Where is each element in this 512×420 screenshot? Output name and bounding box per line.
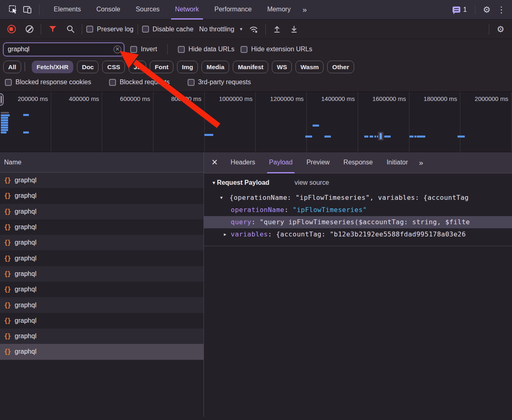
record-network-log-icon[interactable]	[4, 22, 19, 37]
timeline-activity-bar	[370, 136, 373, 138]
divider	[138, 24, 138, 35]
section-collapse-icon[interactable]: ▼	[212, 180, 216, 185]
panel-tab[interactable]: Elements	[46, 0, 89, 20]
name-column-header[interactable]: Name	[0, 152, 203, 173]
type-filter-chip[interactable]: JS	[129, 61, 146, 73]
type-filter-chip[interactable]: Doc	[77, 61, 98, 73]
invert-checkbox[interactable]	[130, 46, 137, 53]
request-name: graphql	[15, 286, 36, 293]
type-filter-chip[interactable]: CSS	[102, 61, 125, 73]
hide-extension-urls-checkbox[interactable]	[241, 46, 247, 53]
payload-panel: ▼ Request Payload view source ▼ {operati…	[204, 173, 512, 417]
type-filter-chip[interactable]: All	[3, 61, 21, 73]
hide-extension-urls-control: Hide extension URLs	[241, 46, 312, 53]
request-row[interactable]: {} graphql	[0, 235, 203, 250]
hide-data-urls-control: Hide data URLs	[178, 46, 234, 53]
search-icon[interactable]	[63, 22, 78, 37]
clear-filter-icon[interactable]: ✕	[114, 46, 121, 53]
request-row[interactable]: {} graphql	[0, 250, 203, 266]
details-tab[interactable]: Payload	[262, 152, 300, 173]
request-row[interactable]: {} graphql	[0, 282, 203, 297]
preserve-log-checkbox[interactable]	[86, 26, 93, 33]
details-tab[interactable]: Response	[337, 152, 380, 173]
timeline-activity-bar	[364, 136, 368, 138]
request-row[interactable]: {} graphql	[0, 173, 203, 188]
timeline-activity-bar	[1, 119, 8, 121]
timeline-drag-handle[interactable]	[0, 93, 4, 106]
panel-tab[interactable]: Performance	[207, 0, 260, 20]
blocked-requests-checkbox[interactable]	[109, 79, 116, 86]
request-row[interactable]: {} graphql	[0, 204, 203, 219]
type-filter-chip[interactable]: Other	[327, 61, 354, 73]
requests-list: {} graphql {} graphql {} graphql {} grap…	[0, 173, 203, 417]
hide-data-urls-checkbox[interactable]	[178, 46, 185, 53]
expand-triangle-icon[interactable]: ▶	[224, 228, 227, 241]
details-tab[interactable]: Preview	[300, 152, 337, 173]
type-filter-chip[interactable]: Img	[177, 61, 198, 73]
hide-data-urls-label: Hide data URLs	[188, 46, 234, 53]
more-details-tabs-icon[interactable]: »	[415, 158, 427, 167]
fetch-xhr-icon: {}	[4, 239, 11, 246]
fetch-xhr-icon: {}	[4, 317, 11, 324]
export-har-icon[interactable]	[287, 22, 302, 37]
fetch-xhr-icon: {}	[4, 192, 11, 199]
device-toolbar-icon[interactable]	[20, 2, 35, 17]
details-tab[interactable]: Initiator	[380, 152, 415, 173]
issues-button[interactable]: 1	[449, 6, 471, 13]
request-type-chips: AllFetch/XHRDocCSSJSFontImgMediaManifest…	[0, 59, 512, 78]
filter-funnel-icon[interactable]	[45, 22, 60, 37]
property-key: variables	[231, 230, 268, 238]
request-row[interactable]: {} graphql	[0, 328, 203, 344]
timeline-activity-bar	[1, 127, 8, 129]
blocked-cookies-control: Blocked response cookies	[5, 79, 91, 86]
panel-tab[interactable]: Sources	[128, 0, 167, 20]
request-row[interactable]: {} graphql	[0, 266, 203, 282]
payload-property-row[interactable]: ▶variables: {accountTag: "b12e3b2192ee55…	[204, 228, 512, 241]
type-filter-chip[interactable]: Media	[201, 61, 229, 73]
clear-network-log-icon[interactable]	[22, 22, 37, 37]
filter-input-wrap: ✕	[3, 43, 124, 56]
divider	[167, 44, 168, 55]
request-name: graphql	[15, 239, 36, 246]
settings-gear-icon[interactable]: ⚙	[479, 2, 494, 17]
inspect-element-icon[interactable]	[6, 2, 20, 17]
details-tab[interactable]: Headers	[224, 152, 262, 173]
panel-tab[interactable]: Console	[89, 0, 128, 20]
payload-property-row[interactable]: query: "query ipFlowTimeseries($accountT…	[204, 216, 512, 228]
fetch-xhr-icon: {}	[4, 270, 11, 278]
type-filter-chip[interactable]: Font	[150, 61, 173, 73]
request-row[interactable]: {} graphql	[0, 313, 203, 328]
close-details-icon[interactable]: ×	[206, 156, 224, 169]
view-source-link[interactable]: view source	[295, 179, 329, 186]
import-har-icon[interactable]	[270, 22, 284, 37]
expand-triangle-icon[interactable]: ▼	[220, 192, 223, 204]
timeline-activity-bar	[414, 136, 416, 138]
type-filter-chip[interactable]: Wasm	[295, 61, 324, 73]
payload-root-row[interactable]: ▼ {operationName: "ipFlowTimeseries", va…	[204, 192, 512, 204]
network-conditions-icon[interactable]	[247, 22, 261, 37]
request-name: graphql	[15, 223, 36, 231]
request-row[interactable]: {} graphql	[0, 188, 203, 203]
type-filter-chip[interactable]: Fetch/XHR	[32, 61, 73, 73]
network-settings-gear-icon[interactable]: ⚙	[493, 22, 508, 37]
type-filter-chip[interactable]: WS	[272, 61, 292, 73]
disable-cache-checkbox[interactable]	[142, 26, 149, 33]
panel-tab[interactable]: Network	[167, 0, 207, 20]
throttling-select[interactable]: No throttling ▼	[199, 26, 243, 33]
timeline-tick-label: 1000000 ms	[205, 92, 256, 152]
third-party-checkbox[interactable]	[188, 79, 195, 86]
filter-input[interactable]	[3, 43, 124, 56]
kebab-menu-icon[interactable]: ⋮	[494, 2, 509, 17]
network-overview-timeline[interactable]: 200000 ms400000 ms600000 ms800000 ms1000…	[0, 92, 512, 152]
payload-property-row[interactable]: operationName: "ipFlowTimeseries"	[204, 204, 512, 216]
request-row[interactable]: {} graphql	[0, 297, 203, 313]
request-row[interactable]: {} graphql	[0, 219, 203, 235]
panel-tab[interactable]: Memory	[259, 0, 298, 20]
type-filter-chip[interactable]: Manifest	[233, 61, 268, 73]
timeline-tick-label: 1200000 ms	[256, 92, 307, 152]
blocked-cookies-checkbox[interactable]	[5, 79, 12, 86]
more-panels-icon[interactable]: »	[298, 5, 310, 14]
payload-root-preview: {operationName: "ipFlowTimeseries", vari…	[230, 194, 469, 201]
request-row[interactable]: {} graphql	[0, 344, 203, 359]
request-name: graphql	[15, 177, 36, 184]
